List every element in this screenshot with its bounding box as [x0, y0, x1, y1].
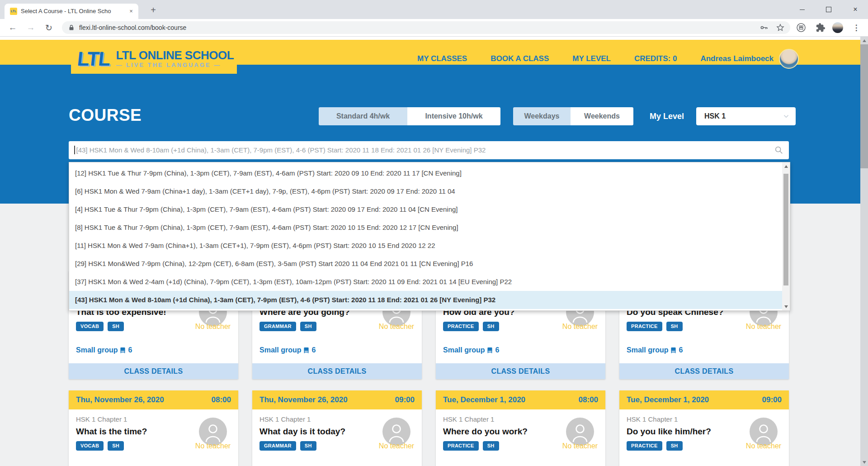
window-maximize-button[interactable]	[818, 0, 839, 19]
browser-menu-icon[interactable]: ⋮	[851, 22, 862, 33]
no-teacher-label: No teacher	[544, 442, 616, 450]
no-teacher-label: No teacher	[177, 442, 249, 450]
window-minimize-button[interactable]	[792, 0, 812, 19]
course-option-selected[interactable]: [43] HSK1 Mon & Wed 8-10am (+1d China), …	[69, 291, 782, 309]
category-badge: VOCAB	[76, 441, 104, 451]
toggle-intensive[interactable]: Intensive 10h/wk	[407, 107, 500, 125]
course-option[interactable]: [11] HSK1 Mon & Wed 7-9am (China+1), 1-3…	[69, 237, 774, 255]
course-option[interactable]: [29] HSK1 Mon&Wed 7-9pm (China), 12-2pm …	[69, 255, 774, 273]
course-option[interactable]: [6] HSK1 Mon & Wed 7-9am (China+1 day), …	[69, 182, 774, 200]
class-chapter: HSK 1 Chapter 1	[627, 415, 678, 423]
tab-close-icon[interactable]: ×	[127, 8, 135, 15]
level-badge: SH	[300, 441, 316, 451]
teacher-avatar-icon	[566, 418, 594, 446]
tab-strip: LTL Select A Course - LTL Online Scho × …	[0, 0, 868, 19]
class-time: 09:00	[395, 390, 415, 409]
small-group-label: Small group 6	[76, 346, 132, 354]
no-teacher-label: No teacher	[360, 323, 433, 331]
no-teacher-label: No teacher	[177, 323, 249, 331]
course-option[interactable]: [12] HSK1 Tue & Thur 7-9pm (China), 1-3p…	[69, 164, 774, 182]
class-card: Tue, December 1, 2020 09:00 HSK 1 Chapte…	[619, 390, 789, 466]
card-date-header: Thu, November 26, 2020 09:00	[252, 390, 422, 409]
maximize-icon	[826, 7, 831, 12]
card-date-header: Thu, November 26, 2020 08:00	[69, 390, 238, 409]
nav-credits[interactable]: CREDITS: 0	[634, 54, 677, 63]
class-date: Thu, November 26, 2020	[259, 390, 348, 409]
browser-extension-icon[interactable]	[796, 22, 807, 33]
logo-tagline: — LIVE THE LANGUAGE —	[116, 62, 234, 68]
nav-my-classes[interactable]: MY CLASSES	[417, 54, 467, 63]
site-logo[interactable]: LTL LTL ONLINE SCHOOL — LIVE THE LANGUAG…	[71, 43, 237, 74]
text-caret	[74, 146, 75, 154]
course-search-input[interactable]: [43] HSK1 Mon & Wed 8-10am (+1d China), …	[69, 141, 789, 159]
class-time: 08:00	[579, 390, 598, 409]
class-details-button[interactable]: CLASS DETAILS	[252, 363, 422, 379]
chair-icon	[303, 347, 309, 354]
close-icon: ×	[853, 6, 857, 13]
level-badge: SH	[483, 322, 499, 331]
scroll-down-icon[interactable]	[860, 458, 868, 466]
nav-my-level[interactable]: MY LEVEL	[572, 54, 611, 63]
course-search-value: [43] HSK1 Mon & Wed 8-10am (+1d China), …	[74, 141, 770, 159]
class-chapter: HSK 1 Chapter 1	[443, 415, 494, 423]
scroll-up-icon[interactable]	[782, 162, 790, 170]
tab-title: Select A Course - LTL Online Scho	[21, 4, 121, 19]
dropdown-scrollbar-thumb[interactable]	[783, 174, 788, 285]
no-teacher-label: No teacher	[727, 442, 800, 450]
class-details-button[interactable]: CLASS DETAILS	[436, 363, 605, 379]
level-select[interactable]: HSK 1	[696, 107, 796, 125]
class-details-button[interactable]: CLASS DETAILS	[69, 363, 238, 379]
forward-button[interactable]: →	[23, 19, 38, 36]
days-toggle: Weekdays Weekends	[513, 107, 633, 125]
class-details-button[interactable]: CLASS DETAILS	[619, 363, 789, 379]
class-title: What is the time?	[76, 427, 147, 437]
class-date: Tue, December 1, 2020	[443, 390, 525, 409]
nav-book-a-class[interactable]: BOOK A CLASS	[491, 54, 549, 63]
page-title: COURSE	[69, 106, 142, 125]
no-teacher-label: No teacher	[360, 442, 433, 450]
page-top-strip	[0, 37, 860, 40]
card-date-header: Tue, December 1, 2020 09:00	[619, 390, 789, 409]
class-date: Thu, November 26, 2020	[76, 390, 164, 409]
bookmark-star-icon[interactable]	[776, 23, 785, 34]
window-close-button[interactable]: ×	[845, 0, 866, 19]
browser-profile-avatar[interactable]	[832, 22, 843, 33]
browser-tab[interactable]: LTL Select A Course - LTL Online Scho ×	[5, 4, 138, 19]
class-time: 08:00	[212, 390, 231, 409]
small-group-label: Small group 6	[627, 346, 683, 354]
tag-badges: GRAMMAR SH	[259, 441, 316, 451]
my-level-label: My Level	[650, 112, 684, 121]
new-tab-button[interactable]: +	[146, 4, 160, 17]
logo-mark: LTL	[76, 48, 111, 70]
toggle-weekdays[interactable]: Weekdays	[513, 107, 571, 125]
browser-window: LTL Select A Course - LTL Online Scho × …	[0, 0, 868, 466]
dropdown-scrollbar[interactable]	[782, 162, 790, 310]
user-avatar-photo[interactable]	[779, 49, 799, 69]
url-text: flexi.ltl-online-school.com/book-course	[79, 21, 186, 34]
course-option[interactable]: [4] HSK1 Tue & Thur 7-9pm (China), 1-3pm…	[69, 200, 774, 219]
back-button[interactable]: ←	[5, 19, 20, 36]
toggle-weekends[interactable]: Weekends	[571, 107, 633, 125]
extensions-puzzle-icon[interactable]	[815, 22, 826, 33]
logo-title: LTL ONLINE SCHOOL	[116, 49, 234, 62]
user-name[interactable]: Andreas Laimboeck	[700, 54, 774, 63]
level-badge: SH	[483, 441, 499, 451]
toggle-standard[interactable]: Standard 4h/wk	[319, 107, 407, 125]
course-option[interactable]: [8] HSK1 Tue & Thur 7-9pm (China), 1-3pm…	[69, 219, 774, 237]
lock-icon	[68, 24, 77, 32]
category-badge: VOCAB	[76, 322, 104, 331]
class-title: Where do you work?	[443, 427, 528, 437]
scroll-down-icon[interactable]	[782, 303, 790, 310]
refresh-button[interactable]: ↻	[41, 19, 57, 36]
scroll-up-icon[interactable]	[860, 37, 868, 44]
class-card: Thu, November 26, 2020 09:00 HSK 1 Chapt…	[252, 390, 422, 466]
address-bar[interactable]: flexi.ltl-online-school.com/book-course	[62, 21, 790, 34]
page-scrollbar[interactable]	[860, 37, 868, 466]
category-badge: PRACTICE	[627, 322, 662, 331]
class-date: Tue, December 1, 2020	[627, 390, 709, 409]
class-card: Thu, November 26, 2020 08:00 HSK 1 Chapt…	[69, 390, 238, 466]
page-scrollbar-thumb[interactable]	[860, 44, 868, 168]
password-key-icon[interactable]	[760, 23, 769, 34]
schedule-toggle: Standard 4h/wk Intensive 10h/wk	[319, 107, 500, 125]
course-option[interactable]: [37] HSK1 Mon & Wed 2-4am (+1d) (China),…	[69, 273, 774, 291]
